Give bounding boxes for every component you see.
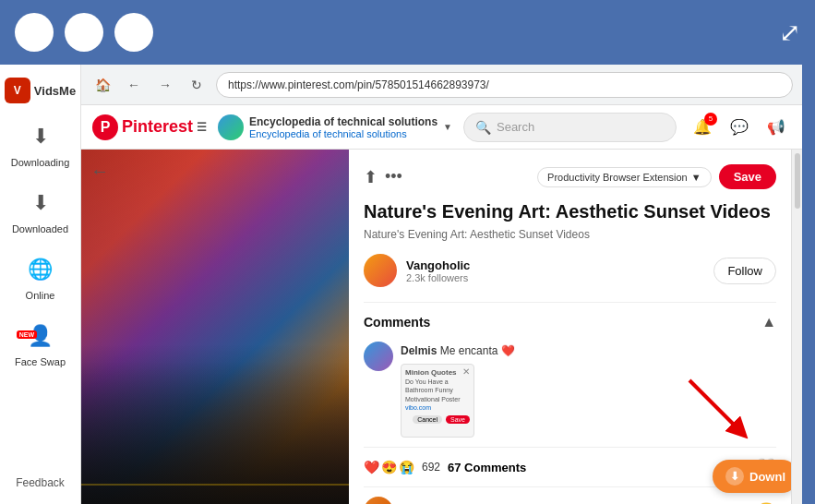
extension-label: Productivity Browser Extension xyxy=(547,172,688,183)
sidebar-online-label: Online xyxy=(26,290,55,301)
refresh-button[interactable]: ↻ xyxy=(185,73,209,97)
author-followers: 2.3k followers xyxy=(406,272,470,283)
extension-button[interactable]: Productivity Browser Extension ▼ xyxy=(537,167,712,187)
collapse-icon[interactable]: ▲ xyxy=(761,314,776,330)
popup-link: vibo.com xyxy=(405,403,470,412)
pin-back-button[interactable]: ← xyxy=(90,161,109,182)
popup-actions: Cancel Save xyxy=(405,415,470,424)
pinterest-icon: P xyxy=(92,114,118,140)
right-panel xyxy=(802,65,815,504)
pin-author: Vangoholic 2.3k followers Follow xyxy=(364,254,776,287)
pin-content: ← ⬆ ••• Productivity Browser Extension ▼… xyxy=(81,150,802,504)
sidebar-feedback[interactable]: Feedback xyxy=(16,476,65,489)
sidebar-item-downloaded[interactable]: ⬇ Downloaded xyxy=(4,179,78,242)
pin-image xyxy=(81,150,349,504)
pinterest-text: Pinterest xyxy=(122,117,193,137)
sidebar-item-online[interactable]: 🌐 Online xyxy=(4,246,78,308)
pin-actions-row: ⬆ ••• Productivity Browser Extension ▼ S… xyxy=(364,164,776,189)
pinterest-profile[interactable]: Encyclopedia of technical solutions Ency… xyxy=(218,114,452,140)
scrollbar-thumb[interactable] xyxy=(795,153,800,209)
download-arrow-icon: ⬇ xyxy=(24,120,57,153)
window-controls xyxy=(15,13,153,52)
comment-text: Delmis Me encanta ❤️ xyxy=(401,344,515,357)
heart-eyes-emoji: 😍 xyxy=(381,460,397,474)
downloaded-icon: ⬇ xyxy=(24,186,57,220)
comment-item: Delmis Me encanta ❤️ ✕ Minion Quotes Do … xyxy=(364,342,776,438)
notif-badge: 5 xyxy=(704,113,717,126)
heart-emoji: ❤️ xyxy=(364,460,379,474)
search-icon: 🔍 xyxy=(475,120,491,135)
profile-name: Encyclopedia of technical solutions xyxy=(249,115,437,128)
comment-popup: ✕ Minion Quotes Do You Have a Bathroom F… xyxy=(401,364,474,438)
share-icon[interactable]: ⬆ xyxy=(364,167,378,187)
back-button[interactable]: ← xyxy=(122,73,146,97)
vidsme-logo: V VidsMe xyxy=(0,72,81,109)
author-avatar xyxy=(364,254,397,287)
pin-image-area: ← xyxy=(81,150,349,504)
comments-title: Comments xyxy=(364,315,430,330)
search-placeholder: Search xyxy=(497,120,534,134)
follow-button[interactable]: Follow xyxy=(713,258,776,284)
pinterest-page: P Pinterest ☰ Encyclopedia of technical … xyxy=(81,105,802,504)
messages-button[interactable]: 💬 xyxy=(725,113,754,142)
browser-area: 🏠 ← → ↻ P Pinterest ☰ Encyclopedia of te… xyxy=(81,65,802,504)
popup-save-button[interactable]: Save xyxy=(446,415,470,424)
megaphone-button[interactable]: 📢 xyxy=(761,113,791,142)
more-options-button[interactable]: ••• xyxy=(385,167,402,186)
reaction-count: 692 xyxy=(422,461,440,474)
sidebar-item-downloading[interactable]: ⬇ Downloading xyxy=(4,113,78,175)
header-icons: 🔔 5 💬 📢 xyxy=(688,113,791,142)
scrollbar[interactable] xyxy=(791,150,802,504)
road-line xyxy=(81,484,349,486)
popup-body: Do You Have a Bathroom Funny Motivationa… xyxy=(405,378,470,402)
profile-info: Encyclopedia of technical solutions Ency… xyxy=(249,115,437,139)
download-button[interactable]: ⬇ Downl xyxy=(713,460,791,493)
comment-username: Delmis xyxy=(401,344,437,357)
notifications-button[interactable]: 🔔 5 xyxy=(688,113,717,142)
window-control-3[interactable] xyxy=(114,13,153,52)
ground-overlay xyxy=(81,344,349,504)
pinterest-header: P Pinterest ☰ Encyclopedia of technical … xyxy=(81,105,802,150)
popup-close-button[interactable]: ✕ xyxy=(462,366,470,377)
comments-count: 67 Comments xyxy=(448,461,526,474)
profile-subname: Encyclopedia of technical solutions xyxy=(249,128,437,139)
popup-cancel-button[interactable]: Cancel xyxy=(413,415,442,424)
window-control-1[interactable] xyxy=(15,13,54,52)
expand-icon[interactable]: ⤢ xyxy=(779,18,800,48)
popup-title: Minion Quotes xyxy=(405,368,470,378)
add-comment-row: 😊 xyxy=(364,497,776,504)
download-circle-icon: ⬇ xyxy=(725,467,744,486)
emoji-reactions: ❤️ 😍 😭 xyxy=(364,460,414,474)
window-control-2[interactable] xyxy=(65,13,103,52)
browser-toolbar: 🏠 ← → ↻ xyxy=(81,65,802,105)
url-bar[interactable] xyxy=(216,72,793,98)
author-name: Vangoholic xyxy=(406,258,470,272)
comment-content: Delmis Me encanta ❤️ ✕ Minion Quotes Do … xyxy=(401,342,515,438)
pinterest-logo[interactable]: P Pinterest ☰ xyxy=(92,114,207,140)
pin-details: ⬆ ••• Productivity Browser Extension ▼ S… xyxy=(349,150,791,504)
extension-chevron-icon: ▼ xyxy=(691,172,701,183)
face-swap-icon-area: NEW 👤 xyxy=(24,319,57,353)
pin-subtitle: Nature's Evening Art: Aesthetic Sunset V… xyxy=(364,228,776,241)
profile-avatar xyxy=(218,114,244,140)
comment-body: Me encanta ❤️ xyxy=(440,344,515,357)
profile-chevron-icon: ▼ xyxy=(443,122,452,132)
vidsme-icon: V xyxy=(5,78,30,103)
home-button[interactable]: 🏠 xyxy=(90,73,114,97)
pinterest-menu-icon[interactable]: ☰ xyxy=(197,121,207,134)
comments-header: Comments ▲ xyxy=(364,314,776,330)
pinterest-search-bar[interactable]: 🔍 Search xyxy=(463,113,677,142)
sidebar: V VidsMe ⬇ Downloading ⬇ Downloaded 🌐 On… xyxy=(0,65,81,504)
sob-emoji: 😭 xyxy=(399,460,414,474)
vidsme-name: VidsMe xyxy=(34,84,76,98)
sidebar-faceswap-label: Face Swap xyxy=(15,356,66,367)
sidebar-item-face-swap[interactable]: NEW 👤 Face Swap xyxy=(4,312,78,375)
top-bar: ⤢ xyxy=(0,0,815,65)
save-button[interactable]: Save xyxy=(719,164,776,189)
pin-title: Nature's Evening Art: Aesthetic Sunset V… xyxy=(364,200,776,222)
online-globe-icon: 🌐 xyxy=(24,253,57,286)
author-info: Vangoholic 2.3k followers xyxy=(406,258,470,283)
commenter-avatar xyxy=(364,497,393,504)
forward-button[interactable]: → xyxy=(153,73,177,97)
comment-avatar xyxy=(364,342,393,371)
